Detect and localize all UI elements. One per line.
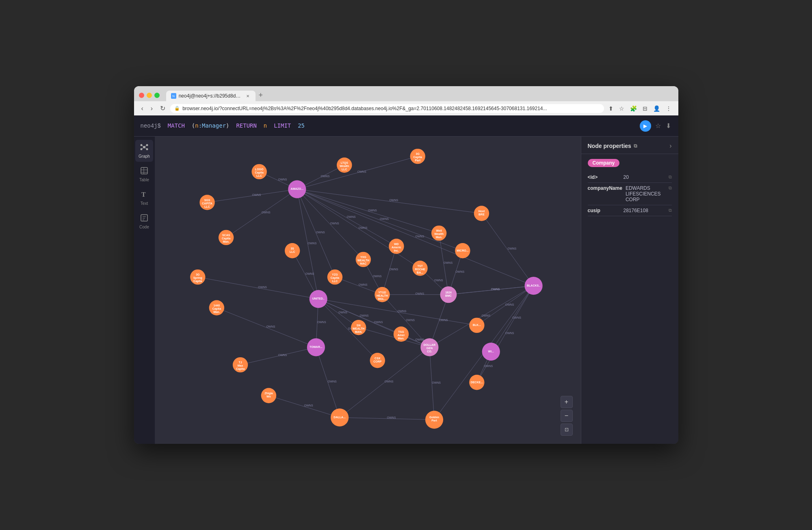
svg-text:Capita: Capita <box>193 280 202 283</box>
share-button[interactable]: ⬆ <box>606 104 615 113</box>
prop-value-cusip: 28176E108 <box>624 208 665 213</box>
svg-text:OWNS: OWNS <box>278 354 287 356</box>
label-badge[interactable]: Company <box>588 159 620 167</box>
prop-row-id: <id> 20 ⧉ <box>588 172 672 183</box>
svg-text:WD: WD <box>394 243 399 245</box>
tab-close-button[interactable]: ✕ <box>245 93 250 99</box>
svg-text:OWNS: OWNS <box>358 283 367 286</box>
fit-graph-button[interactable]: ⊡ <box>561 424 573 436</box>
zoom-in-button[interactable]: + <box>561 396 573 408</box>
svg-text:OWNS: OWNS <box>328 380 337 383</box>
sidebar-item-text[interactable]: T Text <box>135 187 153 209</box>
svg-text:AMAZO...: AMAZO... <box>290 187 303 190</box>
sidebar-toggle-button[interactable]: ⊟ <box>641 104 650 113</box>
reload-button[interactable]: ↻ <box>158 104 168 113</box>
svg-text:OWNS: OWNS <box>320 175 329 178</box>
svg-text:OWNS: OWNS <box>330 222 339 225</box>
svg-text:Wealth: Wealth <box>340 165 349 167</box>
svg-text:1440: 1440 <box>213 304 220 307</box>
zoom-controls: + − ⊡ <box>561 396 573 436</box>
svg-text:OWNS: OWNS <box>444 261 453 264</box>
svg-text:LLC: LLC <box>289 250 295 253</box>
svg-text:Capita: Capita <box>212 307 221 311</box>
svg-text:Max: Max <box>237 364 243 367</box>
menu-button[interactable]: ⋮ <box>664 104 673 113</box>
svg-text:SGS: SGS <box>204 199 210 202</box>
sidebar-table-label: Table <box>139 178 149 182</box>
minimize-window-button[interactable] <box>147 93 152 98</box>
svg-text:LOGO: LOGO <box>255 168 263 171</box>
prop-key-cusip: cusip <box>588 208 620 213</box>
svg-text:OWNS: OWNS <box>305 272 314 275</box>
svg-text:BMC: BMC <box>445 294 451 297</box>
svg-text:OWNS: OWNS <box>266 325 275 328</box>
svg-text:OWNS: OWNS <box>372 275 381 278</box>
svg-text:Man.: Man. <box>398 337 404 340</box>
favorite-query-button[interactable]: ☆ <box>654 121 662 130</box>
properties-table: <id> 20 ⧉ companyName EDWARDS LIFESCIENC… <box>588 172 672 216</box>
text-icon: T <box>140 190 148 200</box>
run-query-button[interactable]: ▶ <box>640 120 651 132</box>
new-tab-button[interactable]: + <box>256 89 266 101</box>
back-button[interactable]: ‹ <box>139 104 146 113</box>
sidebar-text-label: Text <box>141 201 148 206</box>
svg-text:Capita: Capita <box>330 276 339 280</box>
sidebar-item-code[interactable]: Code <box>135 211 153 232</box>
query-bar: neo4j$ MATCH (n:Manager) RETURN n LIMIT … <box>134 115 678 137</box>
svg-text:UNITED..: UNITED.. <box>312 297 324 300</box>
panel-header: Node properties ⧉ › <box>581 137 678 154</box>
svg-text:OWNS: OWNS <box>304 404 313 407</box>
svg-text:OWNS: OWNS <box>346 215 355 218</box>
graph-icon <box>140 143 148 153</box>
extensions-button[interactable]: 🧩 <box>628 104 639 113</box>
profile-button[interactable]: 👤 <box>651 104 662 113</box>
svg-text:OWNS: OWNS <box>432 381 441 384</box>
panel-copy-icon[interactable]: ⧉ <box>634 143 637 149</box>
prop-copy-company-name[interactable]: ⧉ <box>669 185 672 191</box>
svg-text:3G: 3G <box>196 273 200 276</box>
close-window-button[interactable] <box>139 93 144 98</box>
prop-key-id: <id> <box>588 174 620 180</box>
sidebar-item-graph[interactable]: Graph <box>135 140 153 162</box>
prop-copy-id[interactable]: ⧉ <box>669 174 672 180</box>
svg-text:YXG: YXG <box>360 256 366 258</box>
bookmark-button[interactable]: ☆ <box>617 104 626 113</box>
svg-text:OWNS: OWNS <box>357 170 366 173</box>
address-bar[interactable]: 🔒 browser.neo4j.io/?connectURL=neo4j%2Bs… <box>170 104 604 113</box>
svg-text:OWNS: OWNS <box>258 286 267 289</box>
svg-text:GEN: GEN <box>426 347 432 350</box>
svg-text:OWNS: OWNS <box>278 178 287 181</box>
svg-text:OWNS: OWNS <box>262 211 271 214</box>
svg-text:OWNS: OWNS <box>384 380 393 383</box>
url-text: browser.neo4j.io/?connectURL=neo4j%2Bs%3… <box>182 106 547 111</box>
svg-text:MAN.: MAN. <box>355 330 362 333</box>
prop-key-company-name: companyName <box>588 185 622 191</box>
svg-text:OWNS: OWNS <box>512 316 521 319</box>
panel-title: Node properties ⧉ <box>588 143 637 149</box>
prop-value-company-name: EDWARDS LIFESCIENCES CORP <box>626 185 665 202</box>
prop-row-company-name: companyName EDWARDS LIFESCIENCES CORP ⧉ <box>588 183 672 205</box>
svg-text:MGL...: MGL... <box>378 298 386 300</box>
maximize-window-button[interactable] <box>154 93 160 98</box>
svg-text:T: T <box>141 191 146 198</box>
download-query-button[interactable]: ⬇ <box>665 121 672 130</box>
tab-favicon: N <box>171 93 176 99</box>
svg-text:Inc.: Inc. <box>394 249 398 252</box>
panel-expand-icon[interactable]: › <box>669 142 671 150</box>
sidebar-item-table[interactable]: Table <box>135 163 153 185</box>
active-tab[interactable]: N neo4j@neo4j+s://b295d8d4.d... ✕ <box>166 91 256 101</box>
prop-copy-cusip[interactable]: ⧉ <box>669 208 672 213</box>
svg-text:BRE: BRE <box>479 213 485 216</box>
svg-text:Man.: Man. <box>435 236 442 239</box>
forward-button[interactable]: › <box>148 104 155 113</box>
svg-text:OWNS: OWNS <box>389 199 398 202</box>
graph-area[interactable]: OWNSOWNSOWNSOWNSOWNSOWNSOWNSOWNSOWNSOWNS… <box>155 137 581 444</box>
table-icon <box>140 167 148 177</box>
zoom-out-button[interactable]: − <box>561 410 573 422</box>
svg-text:OWNS: OWNS <box>505 303 514 306</box>
tabs-bar: N neo4j@neo4j+s://b295d8d4.d... ✕ + <box>166 89 673 101</box>
svg-text:OWNS: OWNS <box>434 279 443 282</box>
query-actions: ▶ ☆ ⬇ <box>640 120 672 132</box>
browser-window: N neo4j@neo4j+s://b295d8d4.d... ✕ + ‹ › … <box>134 86 678 444</box>
toolbar-actions: ⬆ ☆ 🧩 ⊟ 👤 ⋮ <box>606 104 673 113</box>
